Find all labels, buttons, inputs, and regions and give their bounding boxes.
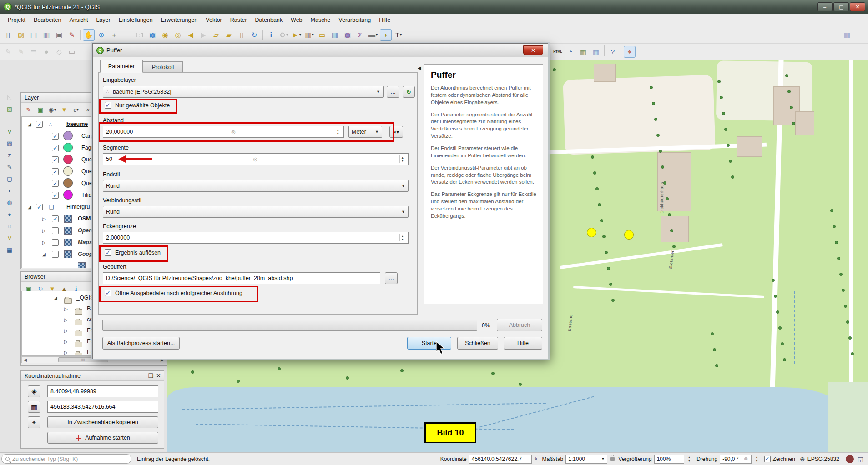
zoom-next-icon[interactable]: ▶ <box>197 29 209 41</box>
add-feature-icon[interactable]: ● <box>40 46 52 58</box>
current-edits-icon[interactable]: ✎ <box>2 46 14 58</box>
float-panel-icon[interactable]: ❏ <box>148 372 153 379</box>
menu-item-hilfe[interactable]: Hilfe <box>375 15 394 25</box>
layout-manager-icon[interactable]: ▦ <box>841 29 853 41</box>
open-project-icon[interactable]: ▨ <box>15 29 27 41</box>
start-capture-button[interactable]: Aufnahme starten <box>47 432 158 444</box>
pan-to-selection-icon[interactable]: ⊕ <box>96 29 107 41</box>
save-edits-icon[interactable]: ▤ <box>28 46 40 58</box>
select-by-form-icon[interactable]: ▥▾ <box>303 29 315 41</box>
north-decoration-icon[interactable]: ◺ <box>4 91 15 102</box>
zoom-last-icon[interactable]: ◀ <box>185 29 197 41</box>
add-mesh-layer-icon[interactable]: ▦ <box>4 244 15 255</box>
add-gpx-layer-icon[interactable]: ✎ <box>4 161 15 172</box>
menu-item-verarbeitung[interactable]: Verarbeitung <box>334 15 375 25</box>
add-virtual-layer-icon[interactable]: V <box>4 232 15 243</box>
show-bookmarks-icon[interactable]: ▰ <box>223 29 235 41</box>
layer-checkbox[interactable]: ✓ <box>36 204 43 210</box>
add-wfs-layer-icon[interactable]: ◌ <box>4 220 15 231</box>
distance-spinner[interactable]: ▲▼ <box>335 128 341 136</box>
data-defined-override-button[interactable]: ◖▾ <box>389 126 403 138</box>
miter-spinner[interactable]: ▲▼ <box>399 234 405 242</box>
track-mouse-icon[interactable]: ⌖ <box>28 416 40 428</box>
projected-coordinate-field[interactable]: 456183.343,5427616.664 <box>47 401 158 413</box>
form-annotation-icon[interactable]: ◔ <box>565 46 576 58</box>
distance-unit-combobox[interactable]: Meter ▼ <box>348 126 382 138</box>
lock-scale-icon[interactable] <box>610 457 615 461</box>
map-theme-icon[interactable]: ▧ <box>4 103 15 114</box>
dissolve-checkbox[interactable]: ✓ <box>105 249 111 256</box>
new-bookmark-icon[interactable]: ▱ <box>210 29 222 41</box>
add-group-icon[interactable]: ▣ <box>35 104 46 115</box>
style-manager-icon[interactable]: ✎ <box>66 29 78 41</box>
input-layer-combobox[interactable]: ∴ baeume [EPSG:25832] ▼ <box>103 86 384 98</box>
zoom-in-icon[interactable]: + <box>108 29 120 41</box>
only-selected-checkbox-row[interactable]: ✓ Nur gewählte Objekte <box>105 102 170 109</box>
menu-item-erweiterungen[interactable]: Erweiterungen <box>157 15 202 25</box>
locator-map-icon[interactable]: ◱ <box>858 455 863 463</box>
menu-item-einstellungen[interactable]: Einstellungen <box>115 15 157 25</box>
add-wcs-layer-icon[interactable]: ● <box>4 209 15 220</box>
filter-legend-icon[interactable]: ▼ <box>59 104 70 115</box>
new-project-icon[interactable]: ▯ <box>2 29 14 41</box>
magnifier-spinner[interactable]: ▲▼ <box>686 455 692 463</box>
dissolve-checkbox-row[interactable]: ✓ Ergebnis auflösen <box>105 249 161 256</box>
output-browse-button[interactable]: … <box>385 272 398 284</box>
menu-item-masche[interactable]: Masche <box>307 15 335 25</box>
statistical-summary-icon[interactable]: Σ <box>354 29 366 41</box>
add-raster-layer-icon[interactable]: ▨ <box>4 138 15 149</box>
refresh-map-icon[interactable]: ↻ <box>248 29 260 41</box>
measure-icon[interactable]: ▬▾ <box>367 29 379 41</box>
clear-value-icon[interactable]: ⊗ <box>231 129 237 135</box>
zoom-native-icon[interactable]: 1:1 <box>134 29 146 41</box>
pan-map-icon[interactable]: ✋ <box>83 29 95 41</box>
segments-spinner[interactable]: ▲▼ <box>399 155 405 163</box>
messages-button[interactable]: … <box>846 455 854 463</box>
menu-item-projekt[interactable]: Projekt <box>4 15 30 25</box>
deselect-features-icon[interactable]: ▭ <box>316 29 328 41</box>
rotation-spinner[interactable]: ▲▼ <box>754 455 759 463</box>
open-after-checkbox-row[interactable]: ✓ Öffne Ausgabedatei nach erfolgreicher … <box>105 290 242 296</box>
menu-item-layer[interactable]: Layer <box>92 15 114 25</box>
only-selected-checkbox[interactable]: ✓ <box>105 102 111 109</box>
close-button[interactable]: Schließen <box>457 337 498 350</box>
menu-item-ansicht[interactable]: Ansicht <box>65 15 92 25</box>
scale-combobox[interactable]: 1:1000 ▼ <box>565 455 607 464</box>
extent-tracking-icon[interactable]: ⌖ <box>534 455 538 463</box>
menu-item-vektor[interactable]: Vektor <box>202 15 226 25</box>
geo-coordinate-field[interactable]: 8.40094,48.99989 <box>47 385 158 397</box>
annotation-grid-icon[interactable]: ▦ <box>577 46 589 58</box>
text-annotation-icon[interactable]: T▾ <box>393 29 404 41</box>
html-annotation-icon[interactable]: HTML <box>552 46 564 58</box>
add-vector-layer-icon[interactable]: V <box>4 126 15 137</box>
scroll-left-icon[interactable]: ◀ <box>24 358 27 362</box>
filter-by-expression-icon[interactable]: ε▾ <box>71 104 81 115</box>
collapse-help-icon[interactable]: ◀ <box>418 65 421 70</box>
add-grid-icon[interactable]: ▦ <box>590 46 602 58</box>
add-wms-layer-icon[interactable]: ◍ <box>4 197 15 208</box>
menu-item-bearbeiten[interactable]: Bearbeiten <box>30 15 65 25</box>
distance-input[interactable]: 20,000000 ⊗ ▲▼ <box>103 126 344 138</box>
delete-selected-icon[interactable]: ▭ <box>66 46 78 58</box>
add-postgis-layer-icon[interactable]: ◖ <box>4 185 15 196</box>
open-layer-styling-icon[interactable]: ✎ <box>23 104 34 115</box>
zoom-to-selection-icon[interactable]: ◉ <box>159 29 171 41</box>
field-calculator-icon[interactable]: ▩ <box>342 29 353 41</box>
run-feature-action-icon[interactable]: ⚙▾ <box>278 29 290 41</box>
search-input[interactable]: Zu suchender Typ (Strg+K) <box>1 454 131 464</box>
expand-all-icon[interactable]: « <box>82 104 93 115</box>
reload-layer-button[interactable]: ↻ <box>403 86 415 98</box>
zoom-to-layer-icon[interactable]: ◎ <box>172 29 184 41</box>
select-features-icon[interactable]: ►▾ <box>291 29 303 41</box>
dialog-close-button[interactable]: ✕ <box>523 45 543 55</box>
save-project-as-icon[interactable]: ▦ <box>40 29 52 41</box>
help-button[interactable]: Hilfe <box>504 337 542 350</box>
help-contents-icon[interactable]: ? <box>607 46 619 58</box>
identify-features-icon[interactable]: ℹ <box>265 29 277 41</box>
copy-to-clipboard-button[interactable]: In Zwischenablage kopieren <box>47 416 158 428</box>
batch-process-button[interactable]: Als Batchprozess starten... <box>102 337 180 350</box>
menu-item-raster[interactable]: Raster <box>226 15 251 25</box>
endcap-style-combobox[interactable]: Rund ▼ <box>103 180 409 192</box>
maximize-icon[interactable]: ▢ <box>833 2 849 11</box>
miter-limit-input[interactable]: 2,000000 ▲▼ <box>103 232 409 244</box>
